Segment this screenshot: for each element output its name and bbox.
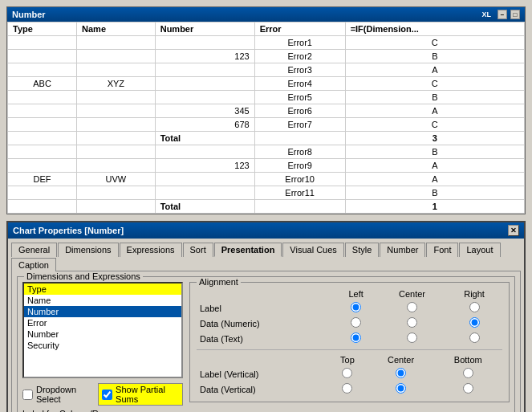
cell-error: Error5 bbox=[254, 91, 345, 104]
cell-name bbox=[77, 200, 156, 214]
cell-number bbox=[155, 63, 254, 77]
align-row-data-numeric: Data (Numeric) bbox=[197, 316, 502, 331]
align-numeric-right-radio[interactable] bbox=[469, 317, 480, 328]
cell-type bbox=[8, 159, 77, 173]
align-label-center-radio[interactable] bbox=[407, 302, 417, 312]
dimensions-group-label: Dimensions and Expressions bbox=[24, 271, 143, 281]
align-vlabel-bottom-cell[interactable] bbox=[433, 366, 502, 381]
align-text-left-radio[interactable] bbox=[351, 332, 361, 343]
cell-name bbox=[77, 186, 156, 200]
cell-error: Error4 bbox=[254, 77, 345, 91]
cell-type bbox=[8, 104, 77, 118]
align-text-right-cell[interactable] bbox=[446, 331, 502, 346]
label-column-row-label: Label for Column/Row bbox=[22, 409, 183, 412]
align-label-vertical-text: Label (Vertical) bbox=[197, 366, 327, 381]
align-label-left-cell[interactable] bbox=[334, 300, 378, 316]
align-vdata-top-cell[interactable] bbox=[327, 381, 368, 397]
cell-formula: B bbox=[345, 91, 524, 104]
alignment-label: Alignment bbox=[197, 277, 241, 287]
list-item-number[interactable]: Number bbox=[24, 306, 181, 317]
tab-style[interactable]: Style bbox=[345, 243, 379, 257]
align-row-label-text: Label bbox=[197, 300, 334, 316]
cell-type bbox=[8, 63, 77, 77]
tab-general[interactable]: General bbox=[11, 243, 57, 257]
tab-expressions[interactable]: Expressions bbox=[120, 243, 182, 257]
align-numeric-left-radio[interactable] bbox=[351, 317, 361, 328]
align-vlabel-center-cell[interactable] bbox=[368, 366, 434, 381]
align-vlabel-top-cell[interactable] bbox=[327, 366, 368, 381]
tab-layout[interactable]: Layout bbox=[459, 243, 500, 257]
align-row-data-text: Data (Text) bbox=[197, 331, 502, 346]
cell-name bbox=[77, 145, 156, 159]
dialog-close-button[interactable]: ✕ bbox=[508, 225, 519, 236]
list-item-security[interactable]: Security bbox=[24, 340, 181, 351]
maximize-button[interactable]: □ bbox=[510, 10, 520, 19]
cell-number bbox=[155, 77, 254, 91]
align-text-right-radio[interactable] bbox=[469, 332, 480, 343]
align-vdata-bottom-radio[interactable] bbox=[463, 383, 473, 394]
dialog-title: Chart Properties [Number] bbox=[13, 226, 124, 235]
cell-type bbox=[8, 132, 77, 145]
cell-error: Error11 bbox=[254, 186, 345, 200]
tab-caption[interactable]: Caption bbox=[11, 258, 56, 271]
align-vcol-center: Center bbox=[368, 353, 434, 366]
list-item-name[interactable]: Name bbox=[24, 295, 181, 306]
show-partial-sums-label: Show Partial Sums bbox=[116, 385, 179, 404]
cell-error: Error9 bbox=[254, 159, 345, 173]
align-text-center-radio[interactable] bbox=[407, 332, 417, 343]
align-vdata-bottom-cell[interactable] bbox=[433, 381, 502, 397]
align-numeric-center-radio[interactable] bbox=[407, 317, 417, 328]
cell-formula: A bbox=[345, 104, 524, 118]
align-data-vertical-text: Data (Vertical) bbox=[197, 381, 327, 397]
align-vdata-top-radio[interactable] bbox=[342, 383, 352, 394]
table-row: 123 Error9 A bbox=[8, 159, 525, 173]
list-item-type[interactable]: Type bbox=[24, 284, 181, 295]
minimize-button[interactable]: − bbox=[497, 10, 507, 19]
table-row: Error11 B bbox=[8, 186, 525, 200]
show-partial-sums-wrapper[interactable]: Show Partial Sums bbox=[98, 383, 183, 406]
list-item-number2[interactable]: Number bbox=[24, 328, 181, 340]
tab-visual-cues[interactable]: Visual Cues bbox=[282, 243, 344, 257]
align-label-right-cell[interactable] bbox=[446, 300, 502, 316]
align-text-center-cell[interactable] bbox=[378, 331, 446, 346]
checkbox-row: Dropdown Select Show Partial Sums bbox=[22, 383, 183, 406]
data-table: Type Name Number Error =IF(Dimension... … bbox=[7, 22, 525, 214]
dropdown-select-checkbox[interactable] bbox=[22, 390, 33, 400]
cell-name bbox=[77, 104, 156, 118]
align-numeric-left-cell[interactable] bbox=[334, 316, 378, 331]
list-item-error[interactable]: Error bbox=[24, 317, 181, 328]
show-partial-sums-checkbox[interactable] bbox=[102, 390, 112, 400]
cell-error: Error1 bbox=[254, 36, 345, 50]
alignment-vertical-table: Top Center Bottom Label (Vertical) bbox=[197, 353, 502, 397]
cell-number: 123 bbox=[155, 159, 254, 173]
cell-error: Error6 bbox=[254, 104, 345, 118]
tab-dimensions[interactable]: Dimensions bbox=[58, 243, 118, 257]
align-numeric-right-cell[interactable] bbox=[446, 316, 502, 331]
table-row-total: Total 3 bbox=[8, 132, 525, 145]
tab-presentation[interactable]: Presentation bbox=[214, 243, 282, 257]
align-vlabel-center-radio[interactable] bbox=[396, 368, 406, 378]
cell-number bbox=[155, 145, 254, 159]
align-label-left-radio[interactable] bbox=[351, 302, 361, 312]
dropdown-select-label: Dropdown Select bbox=[36, 385, 95, 404]
dimensions-list[interactable]: Type Name Number Error Number Security bbox=[22, 282, 183, 378]
cell-error: Error7 bbox=[254, 118, 345, 132]
tab-number[interactable]: Number bbox=[380, 243, 425, 257]
cell-type bbox=[8, 50, 77, 63]
align-numeric-center-cell[interactable] bbox=[378, 316, 446, 331]
align-label-center-cell[interactable] bbox=[378, 300, 446, 316]
table-row: Error5 B bbox=[8, 91, 525, 104]
tab-font[interactable]: Font bbox=[426, 243, 458, 257]
cell-total-label: Total bbox=[155, 132, 254, 145]
tab-sort[interactable]: Sort bbox=[183, 243, 213, 257]
align-vdata-center-cell[interactable] bbox=[368, 381, 434, 397]
cell-name: XYZ bbox=[77, 77, 156, 91]
align-vdata-center-radio[interactable] bbox=[396, 383, 406, 394]
align-vlabel-top-radio[interactable] bbox=[342, 368, 352, 378]
cell-formula: B bbox=[345, 50, 524, 63]
cell-total-value: 1 bbox=[345, 200, 524, 214]
align-vlabel-bottom-radio[interactable] bbox=[463, 368, 473, 378]
align-label-right-radio[interactable] bbox=[469, 302, 480, 312]
col-header-number: Number bbox=[155, 22, 254, 36]
align-text-left-cell[interactable] bbox=[334, 331, 378, 346]
